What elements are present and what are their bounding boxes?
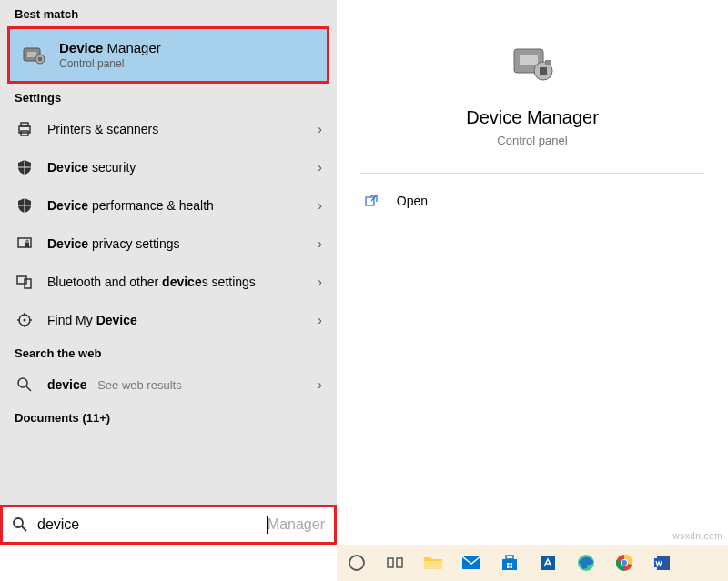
search-icon <box>15 375 35 395</box>
svg-point-39 <box>622 560 627 566</box>
watermark: wsxdn.com <box>672 531 723 541</box>
chevron-right-icon: › <box>318 122 322 136</box>
detail-panel: Device Manager Control panel Open <box>337 0 728 545</box>
detail-title: Device Manager <box>466 107 599 128</box>
printer-icon <box>15 119 35 139</box>
svg-rect-32 <box>511 563 513 566</box>
word-icon[interactable] <box>650 550 675 576</box>
taskbar <box>337 545 728 581</box>
svg-line-23 <box>22 526 26 531</box>
settings-item-device-privacy[interactable]: Device privacy settings › <box>0 225 337 263</box>
svg-point-22 <box>14 518 23 527</box>
svg-rect-3 <box>38 57 42 61</box>
settings-item-find-my-device[interactable]: Find My Device › <box>0 301 337 339</box>
device-manager-icon <box>19 41 48 70</box>
settings-item-bluetooth[interactable]: Bluetooth and other devices settings › <box>0 263 337 301</box>
store-icon[interactable] <box>497 550 522 576</box>
chevron-right-icon: › <box>318 160 322 175</box>
devices-icon <box>15 272 35 292</box>
edge-icon[interactable] <box>573 550 599 576</box>
svg-point-24 <box>349 556 364 570</box>
chevron-right-icon: › <box>318 313 322 327</box>
shield-icon <box>15 195 35 215</box>
svg-rect-25 <box>388 558 393 567</box>
search-box[interactable]: device Manager <box>0 505 337 545</box>
search-web-header: Search the web <box>0 339 337 366</box>
file-explorer-icon[interactable] <box>420 550 446 576</box>
svg-rect-1 <box>27 52 36 57</box>
privacy-icon <box>15 234 35 254</box>
chevron-right-icon: › <box>318 377 322 392</box>
svg-rect-20 <box>366 197 374 205</box>
separator <box>360 173 704 174</box>
svg-rect-34 <box>511 566 513 569</box>
app-icon[interactable] <box>535 550 561 576</box>
open-icon <box>364 194 382 208</box>
svg-rect-33 <box>507 566 510 569</box>
search-icon <box>12 516 28 533</box>
best-match-subtitle: Control panel <box>59 57 161 70</box>
search-input-typed[interactable]: device <box>37 516 267 533</box>
device-manager-large-icon <box>505 36 560 91</box>
svg-rect-5 <box>21 123 28 126</box>
svg-rect-29 <box>502 559 517 570</box>
search-results-panel: Best match Device Manager Control panel … <box>0 0 337 545</box>
mail-icon[interactable] <box>459 550 484 576</box>
svg-rect-30 <box>506 556 513 559</box>
best-match-result[interactable]: Device Manager Control panel <box>7 26 329 84</box>
svg-rect-19 <box>545 60 551 65</box>
chevron-right-icon: › <box>318 275 322 289</box>
cortana-icon[interactable] <box>344 550 369 576</box>
shield-icon <box>15 157 35 177</box>
svg-line-14 <box>26 386 31 391</box>
svg-rect-31 <box>507 563 510 566</box>
best-match-header: Best match <box>0 0 337 26</box>
svg-point-12 <box>24 319 26 322</box>
svg-rect-18 <box>540 67 547 75</box>
best-match-title: Device Manager <box>59 40 161 55</box>
chrome-icon[interactable] <box>612 550 637 576</box>
svg-rect-8 <box>25 243 29 247</box>
chevron-right-icon: › <box>318 236 322 251</box>
chevron-right-icon: › <box>318 198 322 213</box>
web-result-item[interactable]: device - See web results › <box>0 366 337 404</box>
svg-rect-16 <box>520 55 538 65</box>
svg-rect-27 <box>424 561 442 569</box>
settings-header: Settings <box>0 84 337 110</box>
settings-item-device-performance[interactable]: Device performance & health › <box>0 186 337 225</box>
open-label: Open <box>397 194 428 208</box>
svg-point-13 <box>18 378 27 387</box>
search-input-suggestion: Manager <box>268 516 325 533</box>
find-icon <box>15 310 35 330</box>
task-view-icon[interactable] <box>382 550 408 576</box>
svg-rect-26 <box>397 558 402 567</box>
documents-header: Documents (11+) <box>0 404 337 430</box>
open-action[interactable]: Open <box>360 185 704 217</box>
detail-subtitle: Control panel <box>497 134 567 147</box>
settings-item-device-security[interactable]: Device security › <box>0 148 337 186</box>
settings-item-printers[interactable]: Printers & scanners › <box>0 110 337 148</box>
